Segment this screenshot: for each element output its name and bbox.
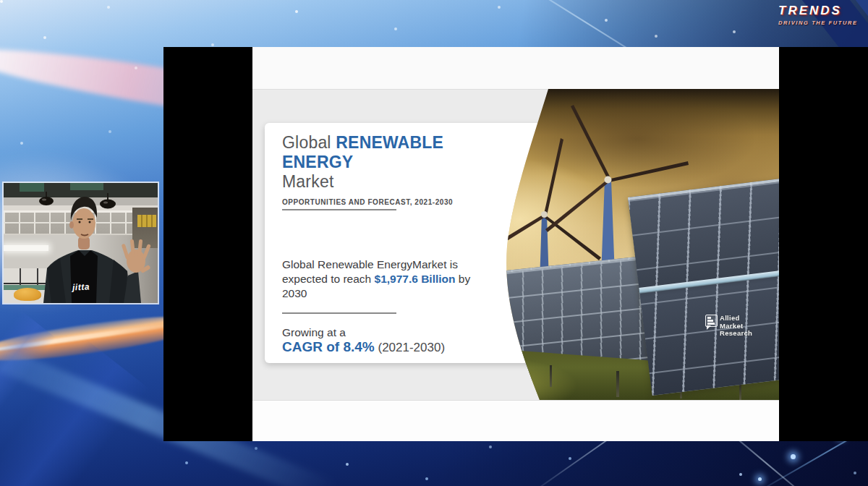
ceiling-lamp-left — [39, 192, 54, 205]
trends-logo-subtitle: DRIVING THE FUTURE — [778, 20, 867, 26]
growth-text: Growing at a CAGR of 8.4% (2021-2030) — [282, 325, 499, 355]
growth-tail: (2021-2030) — [375, 341, 445, 354]
screen-share-region[interactable]: Allied Market Research Global RENEWABLE … — [163, 47, 868, 441]
cagr-value: CAGR of 8.4% — [282, 339, 375, 354]
slide-subtitle: OPPORTUNITIES AND FORECAST, 2021-2030 — [282, 198, 499, 206]
slide-title: Global RENEWABLE ENERGY Market — [282, 133, 499, 192]
forecast-value: $1,977.6 Billion — [375, 273, 456, 285]
trends-logo: TRENDS DRIVING THE FUTURE — [778, 4, 867, 26]
subtitle-underline — [282, 209, 396, 210]
market-forecast-text: Global Renewable EnergyMarket is expecte… — [282, 257, 486, 301]
webinar-frame: TRENDS DRIVING THE FUTURE — [0, 0, 868, 486]
ear — [69, 221, 74, 229]
watermark-line: Allied — [720, 315, 767, 323]
presentation-slide: Allied Market Research Global RENEWABLE … — [252, 47, 779, 441]
slide-bottom-band — [252, 400, 779, 441]
trends-logo-title: TRENDS — [778, 4, 867, 18]
ceiling-lamp-right — [100, 193, 116, 209]
raised-hand — [122, 239, 151, 273]
slide-top-band — [252, 47, 779, 90]
amr-watermark: Allied Market Research — [705, 315, 767, 338]
particle-dots — [0, 0, 3, 3]
title-line2: Market — [282, 172, 499, 192]
title-prefix: Global — [282, 133, 336, 152]
divider-line — [282, 312, 396, 314]
glow-dot — [791, 454, 796, 459]
tshirt — [70, 250, 98, 303]
growth-lead: Growing at a — [282, 325, 499, 340]
solar-panel-array-front — [628, 166, 779, 396]
glow-dot — [758, 477, 762, 481]
speech-bubble-icon — [705, 315, 718, 329]
watermark-line: Research — [720, 330, 767, 338]
panel-rail — [639, 257, 779, 294]
presenter-face — [72, 208, 95, 239]
presenter-webcam-tile[interactable]: jitta — [4, 183, 158, 303]
